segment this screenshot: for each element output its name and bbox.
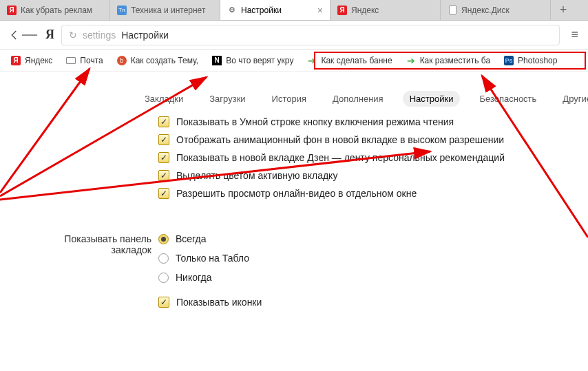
toolbar: Я ↻ settings Настройки ≡ [0,21,588,50]
site-icon: Tn [117,6,127,15]
yandex-icon: Я [7,6,17,15]
checkbox-icon: ✓ [158,134,169,145]
mail-icon [66,56,76,65]
settings-content: ✓ Показывать в Умной строке кнопку включ… [0,114,588,308]
new-tab-button[interactable]: + [551,0,576,20]
bookmark-panel-section: Показывать панель закладок Всегда Только… [158,233,588,308]
yandex-icon: Я [337,6,347,15]
tab-0[interactable]: Я Как убрать реклам [0,0,110,20]
radio-option[interactable]: Никогда [158,272,262,283]
tab-label: Яндекс.Диск [461,6,510,15]
checkbox-row[interactable]: ✓ Отображать анимационный фон в новой вк… [158,134,588,145]
section-title: Показывать панель закладок [34,233,151,255]
radio-icon [158,253,169,264]
settings-nav-item[interactable]: Другие устрой [556,91,588,107]
settings-nav-item[interactable]: Дополнения [326,91,390,107]
checkbox-label: Показывать иконки [176,297,262,308]
bookmark-label: Как сделать банне [321,56,392,65]
bookmark-label: Как создать Тему, [131,56,199,65]
bookmark-label: Как разместить ба [420,56,490,65]
bookmarks-bar: Я Яндекс Почта b Как создать Тему, N Во … [0,50,588,72]
bookmark-6[interactable]: Ps Photoshop [498,54,563,67]
arrow-icon: ➔ [307,56,317,65]
checkbox-label: Показывать в Умной строке кнопку включен… [176,116,454,127]
tab-strip: Я Как убрать реклам Tn Техника и интерне… [0,0,588,21]
checkbox-row[interactable]: ✓ Показывать в Умной строке кнопку включ… [158,116,588,127]
checkbox-icon: ✓ [158,188,169,199]
loop-icon: ↻ [69,30,77,41]
tab-4[interactable]: Яндекс.Диск [441,0,551,20]
checkbox-icon: ✓ [158,170,169,181]
address-bar[interactable]: ↻ settings Настройки [61,25,560,45]
checkbox-row[interactable]: ✓ Показывать иконки [158,297,262,308]
bookmark-0[interactable]: Я Яндекс [6,54,58,67]
tab-label: Яндекс [351,6,379,15]
bookmark-label: Во что верят укру [226,56,293,65]
tab-label: Как убрать реклам [21,6,92,15]
address-text: Настройки [121,30,169,41]
radio-label: Всегда [176,233,207,244]
bookmark-4[interactable]: ➔ Как сделать банне [302,54,397,67]
bookmark-label: Яндекс [25,56,52,65]
yandex-logo[interactable]: Я [45,28,54,42]
checkbox-label: Выделять цветом активную вкладку [176,170,337,181]
radio-icon [158,273,169,283]
checkbox-icon: ✓ [158,297,169,308]
bookmark-1[interactable]: Почта [61,54,108,67]
tab-2[interactable]: ⚙ Настройки × [220,0,330,20]
doc-icon [448,6,457,15]
settings-nav-item[interactable]: Настройки [403,91,461,107]
checkbox-label: Разрешить просмотр онлайн-видео в отдель… [176,188,417,199]
checkbox-label: Показывать в новой вкладке Дзен — ленту … [176,152,505,163]
radio-label: Только на Табло [176,253,249,264]
radio-option[interactable]: Только на Табло [158,253,262,264]
photoshop-icon: Ps [504,56,514,65]
radio-group: Всегда Только на Табло Никогда ✓ Показыв… [158,233,262,308]
settings-nav-item[interactable]: Загрузки [202,91,252,107]
bookmark-2[interactable]: b Как создать Тему, [112,54,204,67]
bookmark-5[interactable]: ➔ Как разместить ба [401,54,496,67]
yandex-icon: Я [11,56,21,65]
radio-label: Никогда [176,272,211,283]
checkbox-row[interactable]: ✓ Разрешить просмотр онлайн-видео в отде… [158,188,588,199]
tab-label: Настройки [241,6,282,15]
close-icon[interactable]: × [317,6,323,15]
checkbox-icon: ✓ [158,152,169,163]
settings-nav-item[interactable]: История [265,91,313,107]
bookmark-label: Photoshop [518,56,557,65]
checkbox-row[interactable]: ✓ Выделять цветом активную вкладку [158,170,588,181]
menu-button[interactable]: ≡ [567,28,582,42]
tab-3[interactable]: Я Яндекс [330,0,441,20]
settings-nav-item[interactable]: Закладки [138,91,190,107]
settings-nav: Закладки Загрузки История Дополнения Нас… [0,72,588,114]
radio-option[interactable]: Всегда [158,233,262,244]
tab-1[interactable]: Tn Техника и интернет [110,0,220,20]
settings-nav-item[interactable]: Безопасность [472,91,543,107]
bookmark-3[interactable]: N Во что верят укру [207,54,299,67]
back-button-arrow [21,26,39,44]
gear-icon: ⚙ [227,6,237,15]
blog-icon: b [117,56,127,65]
tab-label: Техника и интернет [131,6,205,15]
address-prefix: settings [83,30,116,41]
n-icon: N [212,56,222,65]
checkbox-icon: ✓ [158,116,169,127]
checkbox-row[interactable]: ✓ Показывать в новой вкладке Дзен — лент… [158,152,588,163]
checkbox-label: Отображать анимационный фон в новой вкла… [176,134,504,145]
radio-icon [158,234,169,244]
arrow-icon: ➔ [406,56,416,65]
bookmark-label: Почта [80,56,103,65]
